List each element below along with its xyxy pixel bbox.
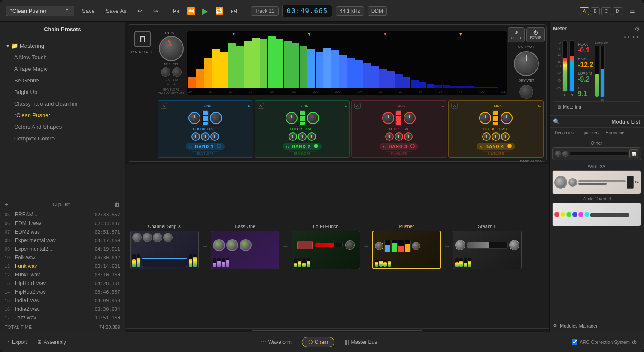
band3-s-btn[interactable]: S bbox=[383, 145, 386, 149]
ab-btn-d[interactable]: D bbox=[613, 7, 622, 15]
preset-item-4[interactable]: Classy halo and clean lim bbox=[0, 98, 125, 109]
play-button[interactable]: ▶ bbox=[200, 6, 210, 17]
clip-row-3[interactable]: 08 Experimental.wav 04:17.669 bbox=[0, 236, 125, 245]
module-white-channel-thumb[interactable] bbox=[552, 203, 641, 226]
mastering-folder[interactable]: ▾ 📁 Mastering bbox=[0, 40, 125, 52]
preset-item-3[interactable]: Bright Up bbox=[0, 86, 125, 98]
band3-env-knob1[interactable] bbox=[385, 132, 394, 141]
export-button[interactable]: ↑ Export bbox=[7, 339, 27, 345]
clip-row-12[interactable]: 17 Jazz.wav 11:51.160 bbox=[0, 313, 125, 322]
clip-delete-button[interactable]: 🗑 bbox=[114, 201, 120, 208]
redo-button[interactable]: ↪ bbox=[150, 6, 161, 16]
band2-level-knob[interactable] bbox=[307, 112, 319, 124]
preset-item-0[interactable]: A New Touch bbox=[0, 52, 125, 63]
band2-env-knob2[interactable] bbox=[298, 132, 307, 141]
band1-drive-knob[interactable] bbox=[188, 112, 200, 124]
master-bus-button[interactable]: ||| Master Bus bbox=[345, 339, 377, 345]
tab-harmonic[interactable]: Harmonic bbox=[604, 130, 626, 136]
band1-env-knob1[interactable] bbox=[191, 132, 200, 141]
band1-labels: COLOR LEVEL bbox=[193, 127, 218, 131]
band1-s-btn[interactable]: S bbox=[189, 145, 192, 149]
tab-dynamics[interactable]: Dynamics bbox=[553, 130, 575, 136]
band2-env-knob3[interactable] bbox=[307, 132, 316, 141]
module-search-button[interactable]: 🔍 bbox=[553, 118, 560, 125]
reset-button[interactable]: ↺ RESET bbox=[508, 27, 525, 42]
assembly-button[interactable]: ⊞ Assembly bbox=[37, 339, 66, 345]
clip-row-8[interactable]: 13 HipHop1.wav 04:28.101 bbox=[0, 279, 125, 288]
module-white2a-thumb[interactable]: 2A bbox=[552, 170, 641, 194]
band3-level-knob[interactable] bbox=[404, 112, 416, 124]
clip-time: 02:33.557 bbox=[94, 212, 120, 218]
clip-row-0[interactable]: 05 BREAM... 02:33.557 bbox=[0, 210, 125, 219]
band4-drive-knob[interactable] bbox=[479, 112, 491, 124]
band4-env-knob2[interactable] bbox=[492, 132, 500, 141]
band2-env-knob1[interactable] bbox=[289, 132, 297, 141]
chain-button[interactable]: ⬡ Chain bbox=[302, 337, 334, 347]
clip-row-10[interactable]: 15 Indie1.wav 04:09.960 bbox=[0, 296, 125, 305]
skip-forward-button[interactable]: ⏭ bbox=[228, 6, 240, 16]
preset-item-5[interactable]: *Clean Pusher bbox=[0, 109, 125, 121]
band2-active-dot[interactable] bbox=[314, 144, 318, 148]
clip-add-button[interactable]: + bbox=[5, 201, 8, 208]
band3-env-knob3[interactable] bbox=[404, 132, 413, 141]
clip-row-9[interactable]: 14 HipHop2.wav 03:46.367 bbox=[0, 288, 125, 296]
preset-item-2[interactable]: Be Gentle bbox=[0, 75, 125, 86]
step-back-button[interactable]: ⏪ bbox=[185, 6, 197, 16]
arc-correction-toggle[interactable]: ARC Correction System ⏻ bbox=[572, 339, 637, 345]
modules-manager-button[interactable]: ⚙ Modules Manager bbox=[550, 319, 644, 332]
arc-checkbox[interactable] bbox=[572, 339, 577, 345]
loop-button[interactable]: 🔁 bbox=[213, 6, 226, 16]
band1-active-dot[interactable] bbox=[217, 144, 221, 148]
clip-row-4[interactable]: 09 Experimental2.... 04:19.511 bbox=[0, 245, 125, 253]
band3-drive-knob[interactable] bbox=[382, 112, 394, 124]
clip-row-6[interactable]: 11 Funk.wav 02:14.621 bbox=[0, 262, 125, 270]
ab-btn-a[interactable]: A bbox=[580, 7, 589, 15]
meter-settings-button[interactable]: ⚙ bbox=[635, 25, 640, 32]
clip-row-7[interactable]: 12 Funk1.wav 03:10.160 bbox=[0, 270, 125, 279]
metering-button[interactable]: 🖥 Metering bbox=[553, 101, 640, 112]
band3-active-dot[interactable] bbox=[410, 144, 415, 148]
undo-button[interactable]: ↩ bbox=[134, 6, 146, 16]
band2-drive-knob[interactable] bbox=[286, 112, 298, 124]
ab-btn-b[interactable]: B bbox=[591, 7, 600, 15]
chain-plugin-thumb-2[interactable] bbox=[292, 231, 360, 269]
clip-row-1[interactable]: 06 EDM 1.wav 02:33.887 bbox=[0, 219, 125, 228]
chain-plugin-thumb-3[interactable] bbox=[372, 231, 441, 269]
output-knob[interactable] bbox=[514, 51, 539, 76]
chain-plugin-thumb-1[interactable] bbox=[211, 231, 279, 269]
band4-s-btn[interactable]: S bbox=[480, 145, 483, 149]
preset-item-6[interactable]: Colors And Shapes bbox=[0, 121, 125, 133]
atk-knob[interactable] bbox=[161, 67, 170, 77]
chain-plugin-thumb-0[interactable] bbox=[130, 231, 199, 269]
save-button[interactable]: Save bbox=[79, 6, 98, 16]
band4-active-dot[interactable] bbox=[507, 144, 512, 148]
preset-item-1[interactable]: A Tape Magic bbox=[0, 63, 125, 75]
power-button[interactable]: ⏻ POWER bbox=[526, 27, 544, 42]
waveform-button[interactable]: 〰 Waveform bbox=[261, 339, 292, 345]
band1-level-knob[interactable] bbox=[210, 112, 222, 124]
band4-env-knob1[interactable] bbox=[482, 132, 491, 141]
chain-plugin-thumb-4[interactable] bbox=[453, 231, 522, 269]
clip-row-5[interactable]: 10 Folk.wav 03:30.642 bbox=[0, 253, 125, 262]
chain-scrollbar[interactable] bbox=[125, 328, 549, 332]
band1-env-knob2[interactable] bbox=[201, 132, 210, 141]
preset-selector[interactable]: *Clean Pusher ⌃ bbox=[6, 6, 74, 16]
input-knob[interactable] bbox=[159, 36, 184, 61]
clip-row-11[interactable]: 16 Indie2.wav 03:30.634 bbox=[0, 305, 125, 313]
clip-row-2[interactable]: 07 EDM2.wav 02:51.871 bbox=[0, 228, 125, 236]
skip-back-button[interactable]: ⏮ bbox=[171, 6, 182, 16]
band2-s-btn[interactable]: S bbox=[286, 145, 289, 149]
preset-item-7[interactable]: Complex Control bbox=[0, 133, 125, 144]
band4-env-knob3[interactable] bbox=[501, 132, 510, 141]
ab-btn-c[interactable]: C bbox=[601, 7, 611, 15]
clip-list-label: Clip List bbox=[53, 202, 70, 207]
band4-level-knob[interactable] bbox=[501, 112, 513, 124]
save-as-button[interactable]: Save As bbox=[103, 6, 130, 16]
menu-button[interactable]: ☰ bbox=[626, 6, 638, 16]
dry-wet-knob[interactable] bbox=[519, 85, 533, 99]
module-other-device-thumb[interactable]: 📊 bbox=[552, 147, 641, 160]
band3-env-knob2[interactable] bbox=[395, 132, 403, 141]
tab-equalizers[interactable]: Equalizers bbox=[578, 130, 601, 136]
band1-env-knob3[interactable] bbox=[210, 132, 219, 141]
rel-knob[interactable] bbox=[172, 67, 182, 77]
